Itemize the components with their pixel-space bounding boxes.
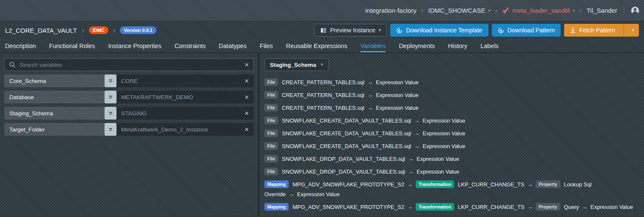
tab-reusable-expressions[interactable]: Reusable Expressions [286, 39, 347, 52]
preview-instance-button[interactable]: Preview Instance ▾ [314, 24, 387, 37]
variable-value-field[interactable]: MetaKraftwerk_Demo_2_Instance ✕ [116, 123, 254, 136]
file-name: CREATE_PATTERN_TABLES.sql [282, 105, 364, 111]
transformation-badge: Transformation [416, 180, 454, 188]
arrow-right-icon: → [367, 105, 373, 111]
download-cloud-icon [396, 27, 403, 34]
fetch-pattern-dropdown-button[interactable]: ▾ [627, 24, 638, 36]
usage-row-file[interactable]: FileCREATE_PATTERN_TABLES.sql→Expression… [264, 90, 644, 100]
arrow-right-icon: → [408, 168, 414, 175]
usage-row-file[interactable]: FileSNOWFLAKE_DROP_DATA_VAULT_TABLES.sql… [264, 154, 644, 164]
file-name: SNOWFLAKE_CREATE_DATA_VAULT_TABLES.sql [282, 143, 411, 149]
usage-row-mapping[interactable]: MappingMPG_ADV_SNOWFLAKE_PROTOTYPE_S2→Tr… [264, 180, 644, 199]
arrow-right-icon: → [407, 181, 413, 188]
file-name: SNOWFLAKE_CREATE_DATA_VAULT_TABLES.sql [282, 130, 411, 137]
tab-files[interactable]: Files [260, 39, 273, 52]
arrow-right-icon: → [414, 130, 420, 137]
file-name: SNOWFLAKE_CREATE_DATA_VAULT_TABLES.sql [282, 117, 411, 124]
variable-value-field[interactable]: STAGING ✕ [116, 107, 254, 120]
tab-datatypes[interactable]: Datatypes [219, 39, 247, 52]
tab-labels[interactable]: Labels [480, 39, 499, 52]
user-account-button[interactable] [630, 6, 640, 15]
download-cloud-icon [498, 27, 504, 34]
download-instance-template-button[interactable]: Download Instance Template [390, 24, 488, 37]
transformation-badge: Transformation [416, 203, 454, 211]
page-title: L2_CORE_DATA_VAULT [5, 27, 77, 34]
tab-variables[interactable]: Variables [360, 39, 386, 52]
header-actions: Preview Instance ▾ Download Instance Tem… [314, 24, 639, 37]
search-input[interactable] [20, 62, 241, 68]
usage-row-file[interactable]: FileCREATE_PATTERN_TABLES.sql→Expression… [264, 77, 644, 87]
variable-row: Database = METAKRAFTWERK_DEMO ✕ [4, 91, 254, 103]
mapping-name: MPG_ADV_SNOWFLAKE_PROTOTYPE_S2 [292, 181, 404, 188]
file-badge: File [264, 78, 278, 86]
file-badge: File [264, 117, 278, 124]
arrow-right-icon: → [527, 204, 533, 210]
tab-instance-properties[interactable]: Instance Properties [108, 39, 162, 52]
breadcrumb-org[interactable]: integration-factory [366, 7, 417, 14]
breadcrumb-separator-icon: › [579, 7, 583, 14]
file-badge: File [264, 91, 278, 99]
transformation-name: LKP_CURR_CHANGE_TS [458, 181, 524, 188]
tab-description[interactable]: Description [5, 39, 36, 52]
variable-value: STAGING [121, 110, 147, 117]
equals-operator-button[interactable]: = [105, 74, 116, 87]
usage-row-file[interactable]: FileSNOWFLAKE_CREATE_DATA_VAULT_TABLES.s… [264, 116, 644, 126]
selected-variable-label: Staging_Schema [270, 62, 316, 68]
arrow-right-icon: → [367, 92, 373, 98]
equals-operator-button[interactable]: = [105, 107, 116, 120]
usage-row-file[interactable]: FileSNOWFLAKE_CREATE_DATA_VAULT_TABLES.s… [264, 128, 644, 138]
arrow-right-icon: → [367, 79, 373, 86]
file-name: CREATE_PATTERN_TABLES.sql [282, 79, 364, 86]
tab-history[interactable]: History [448, 39, 467, 52]
download-instance-template-label: Download Instance Template [406, 27, 482, 34]
top-navigation-bar: integration-factory › IDMC_SHOWCASE ▾ › … [0, 0, 644, 21]
clear-variable-icon[interactable]: ✕ [244, 127, 249, 132]
fetch-pattern-button[interactable]: Fetch Pattern [565, 24, 620, 36]
variables-panel: ✕ Core_Schema = CORE ✕ Database = METAKR… [0, 53, 259, 216]
usage-target: Expression Value [376, 105, 418, 111]
variable-usage-panel: Staging_Schema ▾ FileCREATE_PATTERN_TABL… [259, 53, 644, 216]
tab-deployments[interactable]: Deployments [399, 39, 435, 52]
tab-bar: Description Functional Roles Instance Pr… [0, 39, 644, 53]
usage-target: Expression Value [376, 92, 418, 98]
property-name: Query [564, 204, 579, 210]
breadcrumb-repo[interactable]: meta_loader_sandtil ▾ [502, 7, 575, 14]
equals-operator-button[interactable]: = [105, 123, 116, 136]
breadcrumb-separator-icon: › [81, 27, 85, 34]
file-badge: File [264, 104, 278, 111]
clear-search-icon[interactable]: ✕ [244, 62, 249, 68]
tab-constraints[interactable]: Constraints [174, 39, 205, 52]
usage-row-file[interactable]: FileSNOWFLAKE_CREATE_DATA_VAULT_TABLES.s… [264, 141, 644, 151]
mapping-name: MPG_ADV_SNOWFLAKE_PROTOTYPE_S2 [292, 204, 404, 210]
usage-list: FileCREATE_PATTERN_TABLES.sql→Expression… [264, 77, 644, 212]
clear-variable-icon[interactable]: ✕ [244, 78, 249, 84]
mapping-badge: Mapping [264, 203, 289, 211]
tab-functional-roles[interactable]: Functional Roles [49, 39, 95, 52]
breadcrumb-org-label: integration-factory [366, 7, 417, 14]
clear-variable-icon[interactable]: ✕ [244, 94, 249, 100]
arrow-right-icon: → [414, 143, 420, 149]
download-pattern-button[interactable]: Download Pattern [492, 24, 561, 37]
file-name: CREATE_PATTERN_TABLES.sql [282, 92, 364, 98]
breadcrumb-project[interactable]: IDMC_SHOWCASE ▾ [428, 7, 490, 14]
usage-row-file[interactable]: FileSNOWFLAKE_DROP_DATA_VAULT_TABLES.sql… [264, 167, 644, 177]
chevron-down-icon: ▾ [632, 28, 634, 32]
variable-value-field[interactable]: CORE ✕ [116, 74, 254, 87]
variable-value-field[interactable]: METAKRAFTWERK_DEMO ✕ [116, 91, 254, 103]
equals-operator-button[interactable]: = [105, 91, 116, 103]
chevron-down-icon: ▾ [321, 63, 323, 67]
clear-variable-icon[interactable]: ✕ [244, 111, 249, 116]
variable-select-dropdown[interactable]: Staging_Schema ▾ [264, 58, 329, 71]
breadcrumb-project-label: IDMC_SHOWCASE [428, 7, 485, 14]
usage-row-file[interactable]: FileCREATE_PATTERN_TABLES.sql→Expression… [264, 103, 644, 113]
file-badge: File [264, 129, 278, 137]
breadcrumb-separator-icon: › [112, 27, 116, 34]
breadcrumb-user[interactable]: Til_Sander [587, 7, 617, 14]
divider [624, 6, 624, 15]
variable-name: Staging_Schema [4, 107, 105, 120]
variable-name: Database [4, 91, 105, 103]
usage-row-mapping[interactable]: MappingMPG_ADV_SNOWFLAKE_PROTOTYPE_S2→Tr… [264, 202, 644, 212]
arrow-right-icon: → [582, 204, 587, 210]
variable-value: METAKRAFTWERK_DEMO [121, 94, 193, 100]
variable-value: CORE [121, 78, 138, 84]
